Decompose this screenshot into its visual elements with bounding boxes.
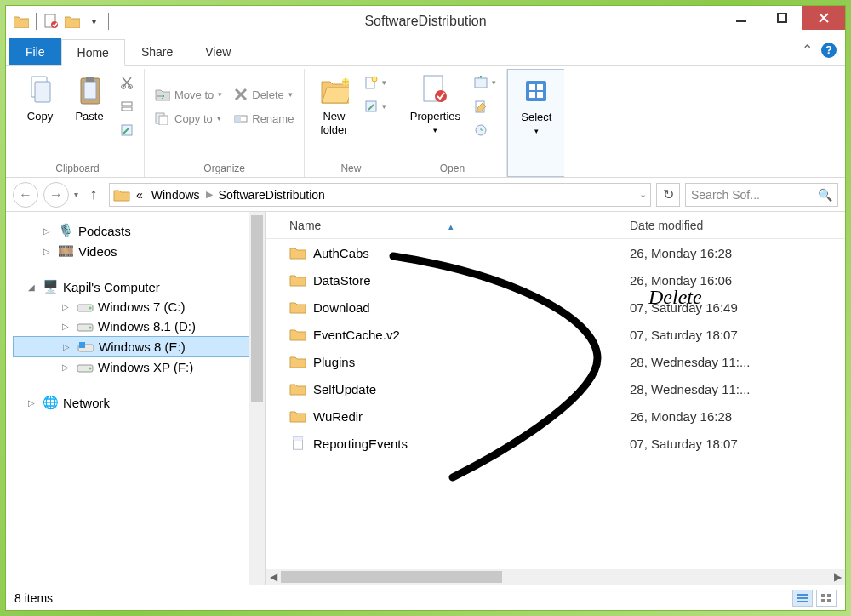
- group-clipboard: Copy Paste Clipboard: [11, 69, 145, 177]
- breadcrumb-windows[interactable]: Windows: [149, 188, 203, 202]
- icons-view-button[interactable]: [816, 590, 837, 607]
- network-icon: 🌐: [43, 395, 59, 410]
- file-name: WuRedir: [313, 409, 363, 424]
- svg-rect-42: [797, 594, 808, 596]
- rename-button[interactable]: Rename: [229, 106, 299, 130]
- column-headers: Name▴ Date modified: [266, 212, 845, 239]
- file-row[interactable]: ReportingEvents07, Saturday 18:07: [266, 430, 845, 457]
- tree-drive-e[interactable]: ▷Windows 8 (E:): [13, 336, 265, 357]
- file-rows[interactable]: Delete AuthCabs26, Monday 16:28DataStore…: [266, 239, 845, 569]
- properties-icon: [420, 73, 450, 107]
- tree-computer[interactable]: ◢🖥️Kapil's Computer: [13, 277, 265, 297]
- close-button[interactable]: [802, 6, 845, 30]
- tree-drive-c[interactable]: ▷Windows 7 (C:): [13, 297, 265, 317]
- drive-icon: [77, 301, 94, 313]
- properties-button[interactable]: Properties ▾: [403, 71, 467, 137]
- file-row[interactable]: DataStore26, Monday 16:06: [266, 266, 845, 294]
- tab-share[interactable]: Share: [125, 38, 189, 65]
- cut-icon: [120, 76, 134, 89]
- history-button[interactable]: [469, 118, 501, 142]
- collapse-ribbon-icon[interactable]: ⌃: [802, 42, 813, 58]
- tab-file[interactable]: File: [9, 38, 61, 65]
- open-icon: [474, 76, 488, 89]
- newitem-button[interactable]: ▾: [359, 71, 391, 94]
- tab-home[interactable]: Home: [61, 39, 125, 66]
- col-name[interactable]: Name▴: [266, 219, 623, 232]
- file-row[interactable]: SelfUpdate28, Wednesday 11:...: [266, 375, 845, 402]
- details-view-button[interactable]: [792, 590, 813, 607]
- svg-rect-7: [84, 82, 96, 99]
- open-button[interactable]: ▾: [469, 71, 501, 94]
- tree-podcasts[interactable]: ▷🎙️Podcasts: [13, 220, 265, 241]
- file-row[interactable]: Plugins28, Wednesday 11:...: [266, 348, 845, 375]
- copy-button[interactable]: Copy: [16, 71, 64, 126]
- address-bar[interactable]: « Windows ▶ SoftwareDistribution ⌄: [109, 183, 651, 207]
- qat-properties-icon[interactable]: [41, 11, 61, 31]
- tab-view[interactable]: View: [189, 38, 247, 65]
- shortcut-icon: [120, 123, 134, 137]
- computer-icon: 🖥️: [43, 279, 59, 294]
- tree-scrollbar[interactable]: [249, 212, 265, 585]
- easyaccess-button[interactable]: ▾: [359, 94, 391, 118]
- file-row[interactable]: EventCache.v207, Saturday 18:07: [266, 321, 845, 348]
- refresh-button[interactable]: ↻: [656, 183, 680, 207]
- qat-dropdown-icon[interactable]: ▾: [83, 11, 104, 31]
- folder-icon: [113, 188, 130, 202]
- select-button[interactable]: Select ▾: [512, 71, 560, 138]
- breadcrumb-current[interactable]: SoftwareDistribution: [216, 188, 328, 202]
- file-row[interactable]: AuthCabs26, Monday 16:28: [266, 239, 845, 266]
- svg-rect-48: [827, 599, 831, 602]
- copypath-button[interactable]: [115, 94, 139, 118]
- cut-button[interactable]: [115, 71, 139, 94]
- tree-videos[interactable]: ▷🎞️Videos: [13, 241, 265, 261]
- back-button[interactable]: ←: [13, 182, 38, 208]
- search-placeholder: Search Sof...: [691, 188, 760, 202]
- file-list: Name▴ Date modified Delete AuthCabs26, M…: [266, 212, 845, 585]
- edit-button[interactable]: [469, 94, 501, 118]
- delete-button[interactable]: Delete ▾: [229, 83, 299, 106]
- svg-rect-24: [475, 78, 487, 88]
- copy-icon: [25, 73, 55, 107]
- help-icon[interactable]: ?: [821, 43, 837, 58]
- file-row[interactable]: Download07, Saturday 16:49: [266, 294, 845, 321]
- svg-rect-41: [293, 437, 302, 440]
- newfolder-icon: [318, 73, 349, 107]
- svg-point-39: [89, 367, 92, 369]
- status-text: 8 items: [14, 591, 53, 605]
- paste-button[interactable]: Paste: [66, 71, 113, 126]
- pasteshortcut-button[interactable]: [115, 118, 139, 142]
- maximize-button[interactable]: [762, 6, 802, 30]
- qat-newfolder-icon[interactable]: [62, 11, 83, 31]
- minimize-button[interactable]: [721, 6, 762, 30]
- select-icon: [521, 74, 551, 108]
- podcasts-icon: 🎙️: [58, 223, 74, 238]
- col-date[interactable]: Date modified: [623, 219, 845, 232]
- drive-icon: [77, 341, 94, 353]
- breadcrumb-root[interactable]: «: [134, 188, 146, 202]
- status-bar: 8 items: [6, 585, 845, 610]
- svg-rect-29: [537, 84, 543, 90]
- paste-icon: [74, 73, 105, 107]
- ribbon: Copy Paste Clipboard Move to ▾ Copy to ▾: [6, 66, 845, 178]
- svg-rect-44: [797, 601, 808, 602]
- file-row[interactable]: WuRedir26, Monday 16:28: [266, 402, 845, 430]
- h-scrollbar[interactable]: ◀ ▶: [266, 569, 845, 585]
- tree-network[interactable]: ▷🌐Network: [13, 392, 265, 413]
- tree-drive-d[interactable]: ▷Windows 8.1 (D:): [13, 317, 265, 336]
- copyto-button[interactable]: Copy to ▾: [150, 106, 227, 130]
- qat-folder-icon[interactable]: [11, 11, 31, 31]
- file-name: ReportingEvents: [313, 436, 408, 451]
- recent-dropdown[interactable]: ▾: [74, 190, 78, 199]
- history-icon: [474, 123, 488, 137]
- address-dropdown[interactable]: ⌄: [639, 189, 647, 200]
- svg-rect-15: [159, 116, 168, 125]
- up-button[interactable]: ↑: [83, 185, 104, 203]
- moveto-button[interactable]: Move to ▾: [150, 83, 227, 106]
- tree-drive-f[interactable]: ▷Windows XP (F:): [13, 357, 265, 377]
- edit-icon: [474, 100, 488, 113]
- forward-button[interactable]: →: [43, 182, 69, 208]
- search-box[interactable]: Search Sof... 🔍: [685, 183, 838, 207]
- svg-rect-2: [736, 20, 746, 22]
- newfolder-button[interactable]: New folder: [310, 71, 357, 139]
- nav-tree[interactable]: ▷🎙️Podcasts ▷🎞️Videos ◢🖥️Kapil's Compute…: [6, 212, 266, 585]
